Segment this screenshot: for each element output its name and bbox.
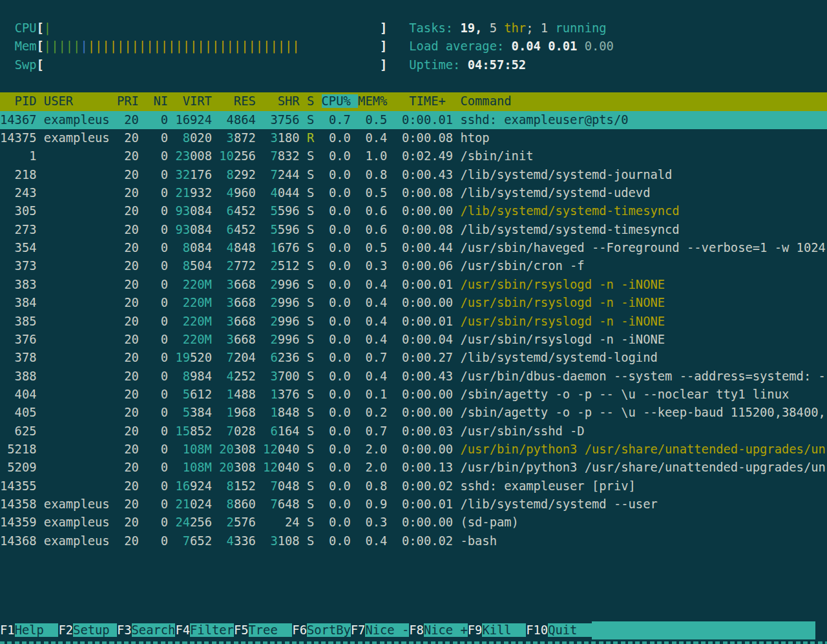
fkey-f10[interactable]: F10Quit [526,621,592,639]
fkey-f2[interactable]: F2Setup [58,621,116,639]
column-header-pid[interactable]: PID [0,94,44,108]
fkey-action-label: Nice + [424,623,468,637]
fkey-number: F2 [58,623,73,637]
table-row[interactable]: 373 20 0 8504 2772 2512 S 0.0 0.3 0:00.0… [0,257,827,275]
fkey-f3[interactable]: F3Search [117,621,175,639]
cell-ni: 0 [146,296,175,309]
table-row[interactable]: 305 20 0 93084 6452 5596 S 0.0 0.6 0:00.… [0,202,827,220]
column-header-command[interactable]: Command [460,94,511,108]
table-row[interactable]: 218 20 0 32176 8292 7244 S 0.0 0.8 0:00.… [0,166,827,184]
cell-pri: 20 [117,223,146,236]
column-header-pri[interactable]: PRI [117,94,146,108]
cell-pri: 20 [117,131,146,145]
table-row[interactable]: 388 20 0 8984 4252 3700 S 0.0 0.4 0:00.4… [0,368,827,386]
cell-mem: 0.2 [358,406,395,419]
cell-pri: 20 [117,479,146,493]
cell-state: S [307,479,322,493]
cell-pid: 384 [0,296,44,309]
cell-pid: 14375 [0,131,44,145]
fkey-f6[interactable]: F6SortBy [292,621,350,639]
cell-pid: 14355 [0,479,44,493]
table-row[interactable]: 378 20 0 19520 7204 6236 S 0.0 0.7 0:00.… [0,349,827,367]
fkey-number: F9 [468,623,483,637]
table-row[interactable]: 14367 exampleus 20 0 16924 4864 3756 S 0… [0,111,827,129]
cell-cpu: 0.0 [322,351,359,364]
cell-command: /usr/sbin/rsyslogd -n -iNONE [460,333,665,346]
fkey-action-label: Search [132,623,176,637]
column-header-res[interactable]: RES [219,94,263,108]
cell-cpu: 0.0 [322,278,359,291]
table-row[interactable]: 273 20 0 93084 6452 5596 S 0.0 0.6 0:00.… [0,221,827,239]
cell-ni: 0 [146,168,175,182]
fkey-f4[interactable]: F4Filter [175,621,233,639]
column-header-cpu[interactable]: CPU% [322,94,359,108]
table-row[interactable]: 243 20 0 21932 4960 4044 S 0.0 0.5 0:00.… [0,184,827,202]
table-row[interactable]: 1 20 0 23008 10256 7832 S 0.0 1.0 0:02.4… [0,147,827,165]
cell-mem: 0.5 [358,241,395,254]
cell-user [44,296,117,309]
table-row[interactable]: 385 20 0 220M 3668 2996 S 0.0 0.4 0:00.0… [0,313,827,331]
cell-ni: 0 [146,515,175,529]
column-header-virt[interactable]: VIRT [175,94,219,108]
fkey-f8[interactable]: F8Nice + [409,621,467,639]
fkey-bar-fill [592,621,815,639]
table-row[interactable]: 5209 20 0 108M 20308 12040 S 0.0 2.0 0:0… [0,459,827,477]
cell-command: /lib/systemd/systemd-logind [460,351,657,364]
table-row[interactable]: 376 20 0 220M 3668 2996 S 0.0 0.4 0:00.0… [0,331,827,349]
cell-state: R [307,131,322,145]
cell-user: exampleus [44,515,117,529]
table-row[interactable]: 14358 exampleus 20 0 21024 8860 7648 S 0… [0,495,827,514]
cell-mem: 1.0 [358,149,395,163]
cell-time: 0:00.08 [395,186,461,200]
fkey-f9[interactable]: F9Kill [468,621,526,639]
table-row[interactable]: 14375 exampleus 20 0 8020 3872 3180 R 0.… [0,129,827,147]
column-header-s[interactable]: S [307,94,322,108]
cell-cpu: 0.0 [322,333,359,346]
tasks-stats: Tasks: 19, 5 thr; 1 running [409,21,606,35]
fkey-f5[interactable]: F5Tree [234,621,292,639]
table-row[interactable]: 405 20 0 5384 1968 1848 S 0.0 0.2 0:00.0… [0,404,827,422]
table-row[interactable]: 383 20 0 220M 3668 2996 S 0.0 0.4 0:00.0… [0,276,827,294]
table-row[interactable]: 384 20 0 220M 3668 2996 S 0.0 0.4 0:00.0… [0,294,827,312]
cell-pri: 20 [117,497,146,511]
column-header-ni[interactable]: NI [146,94,175,108]
cell-state: S [307,424,322,438]
cell-pid: 14358 [0,497,44,511]
cell-command: (sd-pam) [460,515,518,529]
cell-mem: 0.4 [358,369,395,383]
column-header-user[interactable]: USER [44,94,117,108]
fkey-f1[interactable]: F1Help [0,621,58,639]
cell-state: S [307,296,322,309]
cell-state: S [307,315,322,328]
mem-meter-yellow-bars: ||||||||||||||||||||||||||||| [88,39,300,53]
table-row[interactable]: 14355 20 0 16924 8152 7048 S 0.0 0.8 0:0… [0,477,827,495]
cell-pri: 20 [117,333,146,346]
column-header-shr[interactable]: SHR [263,94,307,108]
cell-time: 0:00.02 [395,534,461,548]
cell-command: /usr/sbin/rsyslogd -n -iNONE [460,296,665,309]
table-row[interactable]: 404 20 0 5612 1488 1376 S 0.0 0.1 0:00.0… [0,386,827,404]
column-header-time[interactable]: TIME+ [395,94,461,108]
load-average-stats: Load average: 0.04 0.01 0.00 [409,39,614,53]
cell-ni: 0 [146,113,175,127]
fkey-f7[interactable]: F7Nice - [351,621,409,639]
uptime-stats: Uptime: 04:57:52 [409,58,526,72]
column-header-mem[interactable]: MEM% [358,94,395,108]
cell-pri: 20 [117,406,146,419]
fkey-number: F6 [292,623,307,637]
table-row[interactable]: 5218 20 0 108M 20308 12040 S 0.0 2.0 0:0… [0,441,827,459]
table-row[interactable]: 14368 exampleus 20 0 7652 4336 3108 S 0.… [0,532,827,550]
cell-ni: 0 [146,461,175,474]
fkey-number: F8 [409,623,424,637]
cell-cpu: 0.0 [322,406,359,419]
cell-pri: 20 [117,204,146,218]
cell-state: S [307,259,322,273]
cell-cpu: 0.0 [322,186,359,200]
table-row[interactable]: 14359 exampleus 20 0 24256 2576 24 S 0.0… [0,514,827,532]
cell-ni: 0 [146,351,175,364]
cell-command: /usr/sbin/rsyslogd -n -iNONE [460,315,665,328]
table-row[interactable]: 625 20 0 15852 7028 6164 S 0.0 0.7 0:00.… [0,422,827,441]
cell-pri: 20 [117,442,146,456]
table-row[interactable]: 354 20 0 8084 4848 1676 S 0.0 0.5 0:00.4… [0,239,827,257]
cell-time: 0:00.00 [395,515,461,529]
